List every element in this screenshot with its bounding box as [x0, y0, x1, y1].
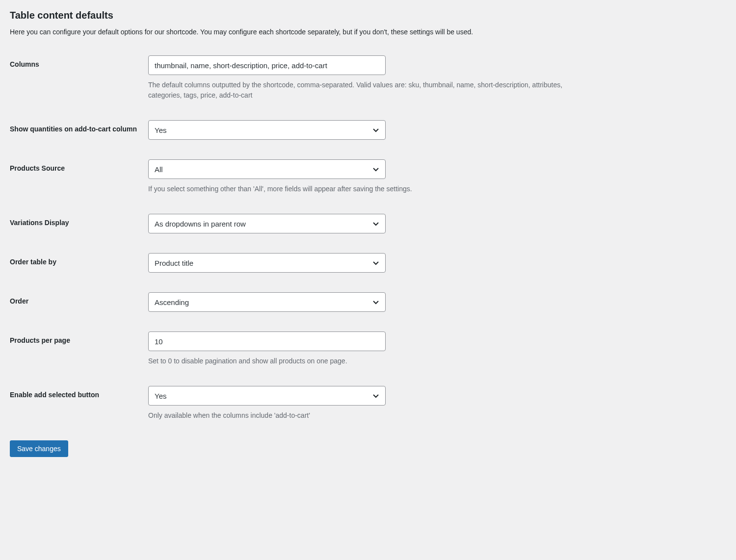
- order-by-label: Order table by: [10, 253, 148, 267]
- order-field-wrapper: Ascending: [148, 292, 590, 312]
- field-row-products-source: Products Source All If you select someth…: [10, 159, 726, 194]
- enable-add-selected-label: Enable add selected button: [10, 386, 148, 400]
- order-by-field-wrapper: Product title: [148, 253, 590, 273]
- variations-display-label: Variations Display: [10, 214, 148, 228]
- save-button[interactable]: Save changes: [10, 440, 68, 457]
- products-source-label: Products Source: [10, 159, 148, 174]
- field-row-order: Order Ascending: [10, 292, 726, 312]
- enable-add-selected-select[interactable]: Yes: [148, 386, 386, 406]
- field-row-show-quantities: Show quantities on add-to-cart column Ye…: [10, 120, 726, 140]
- enable-add-selected-select-wrapper: Yes: [148, 386, 386, 406]
- variations-display-field-wrapper: As dropdowns in parent row: [148, 214, 590, 233]
- products-per-page-description: Set to 0 to disable pagination and show …: [148, 356, 590, 366]
- settings-form: Columns The default columns outputted by…: [10, 55, 726, 421]
- enable-add-selected-description: Only available when the columns include …: [148, 410, 590, 421]
- field-row-columns: Columns The default columns outputted by…: [10, 55, 726, 101]
- products-source-description: If you select something other than 'All'…: [148, 184, 590, 194]
- order-select-wrapper: Ascending: [148, 292, 386, 312]
- products-per-page-field-wrapper: Set to 0 to disable pagination and show …: [148, 331, 590, 366]
- field-row-enable-add-selected: Enable add selected button Yes Only avai…: [10, 386, 726, 421]
- columns-input[interactable]: [148, 55, 386, 75]
- show-quantities-field-wrapper: Yes: [148, 120, 590, 140]
- show-quantities-select-wrapper: Yes: [148, 120, 386, 140]
- order-label: Order: [10, 292, 148, 306]
- enable-add-selected-field-wrapper: Yes Only available when the columns incl…: [148, 386, 590, 421]
- products-source-field-wrapper: All If you select something other than '…: [148, 159, 590, 194]
- field-row-products-per-page: Products per page Set to 0 to disable pa…: [10, 331, 726, 366]
- field-row-variations-display: Variations Display As dropdowns in paren…: [10, 214, 726, 233]
- products-per-page-label: Products per page: [10, 331, 148, 346]
- variations-display-select[interactable]: As dropdowns in parent row: [148, 214, 386, 233]
- order-select[interactable]: Ascending: [148, 292, 386, 312]
- columns-field-wrapper: The default columns outputted by the sho…: [148, 55, 590, 101]
- columns-label: Columns: [10, 55, 148, 70]
- variations-display-select-wrapper: As dropdowns in parent row: [148, 214, 386, 233]
- order-by-select[interactable]: Product title: [148, 253, 386, 273]
- products-source-select[interactable]: All: [148, 159, 386, 179]
- form-actions: Save changes: [10, 440, 726, 457]
- show-quantities-select[interactable]: Yes: [148, 120, 386, 140]
- products-source-select-wrapper: All: [148, 159, 386, 179]
- page-title: Table content defaults: [10, 10, 726, 21]
- order-by-select-wrapper: Product title: [148, 253, 386, 273]
- columns-description: The default columns outputted by the sho…: [148, 80, 590, 101]
- show-quantities-label: Show quantities on add-to-cart column: [10, 120, 148, 134]
- page-description: Here you can configure your default opti…: [10, 28, 726, 36]
- products-per-page-input[interactable]: [148, 331, 386, 351]
- field-row-order-by: Order table by Product title: [10, 253, 726, 273]
